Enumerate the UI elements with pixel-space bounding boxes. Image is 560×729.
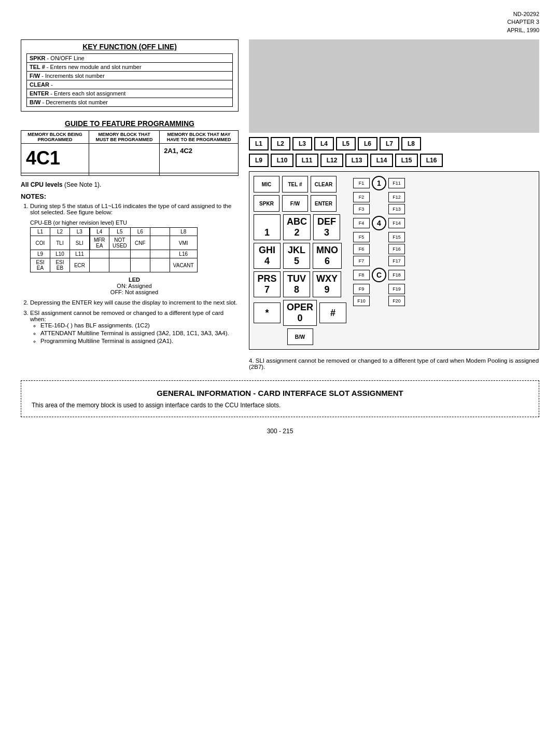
kpad-row-mic: MIC TEL # CLEAR	[254, 176, 346, 192]
kpad-9[interactable]: WXY 9	[313, 271, 341, 297]
kpad-tel[interactable]: TEL #	[282, 176, 308, 192]
kpad-3[interactable]: DEF 3	[313, 214, 340, 240]
kpad-4[interactable]: GHI 4	[254, 243, 281, 269]
guide-title: GUIDE TO FEATURE PROGRAMMING	[21, 119, 239, 128]
kpad-7[interactable]: PRS 7	[254, 271, 281, 297]
header-line3: APRIL, 1990	[21, 26, 539, 34]
cpu-table-wrapper: CPU-EB (or higher revision level) ETU L1…	[30, 219, 239, 272]
f-btn-f1[interactable]: F1	[353, 178, 370, 188]
f-btn-f3[interactable]: F3	[353, 204, 370, 214]
f-btn-f17[interactable]: F17	[388, 256, 405, 266]
f-btn-f5[interactable]: F5	[353, 232, 370, 242]
table-row: CLEAR -	[27, 80, 233, 89]
note4-col: 4. SLI assignment cannot be removed or c…	[249, 357, 539, 370]
f-btn-f8[interactable]: F8	[353, 270, 370, 280]
l-btn-14[interactable]: L14	[370, 154, 393, 167]
table-row: F/W - Increments slot number	[27, 72, 233, 80]
kpad-1[interactable]: 1	[254, 214, 281, 240]
full-keypad: MIC TEL # CLEAR SPKR F/W ENTER 1	[249, 171, 539, 350]
l-btn-4[interactable]: L4	[314, 137, 334, 150]
guide-col3-header: MEMORY BLOCK THAT MAYHAVE TO BE PROGRAMM…	[160, 131, 239, 144]
f-row-f4: F4 4 F14	[353, 216, 405, 230]
kpad-row-7: PRS 7 TUV 8 WXY 9	[254, 271, 346, 297]
f-btn-f14[interactable]: F14	[388, 218, 405, 228]
key-bw: B/W - Decrements slot number	[27, 98, 233, 107]
f-btn-f12[interactable]: F12	[388, 192, 405, 202]
guide-col2-header: MEMORY BLOCK THATMUST BE PROGRAMMED	[89, 131, 160, 144]
cpu-ecr: ECR	[70, 258, 90, 272]
l-btn-15[interactable]: L15	[395, 154, 418, 167]
general-info-title: GENERAL INFORMATION - CARD INTERFACE SLO…	[32, 389, 528, 397]
kpad-clear[interactable]: CLEAR	[311, 176, 337, 192]
kpad-star[interactable]: *	[254, 302, 281, 323]
f-btn-f2[interactable]: F2	[353, 192, 370, 202]
f-btn-f10[interactable]: F10	[353, 296, 370, 306]
cpu-l4: L4	[90, 228, 109, 236]
table-row: B/W - Decrements slot number	[27, 98, 233, 107]
cpu-blank5	[130, 250, 150, 258]
notes-section: NOTES: During step 5 the status of L1~L1…	[21, 192, 239, 344]
l-btn-11[interactable]: L11	[296, 154, 318, 167]
l-btn-1[interactable]: L1	[249, 137, 269, 150]
f-btn-f15[interactable]: F15	[388, 232, 405, 242]
kpad-fw[interactable]: F/W	[282, 195, 308, 212]
kpad-mic[interactable]: MIC	[254, 176, 279, 192]
cpu-blank7	[90, 258, 109, 272]
l-btn-8[interactable]: L8	[401, 137, 421, 150]
f-btn-f4[interactable]: F4	[353, 218, 370, 228]
f-btn-f13[interactable]: F13	[388, 204, 405, 214]
right-panel: L1 L2 L3 L4 L5 L6 L7 L8 L9 L10 L11 L12 L…	[249, 39, 539, 370]
kpad-enter[interactable]: ENTER	[311, 195, 337, 212]
kpad-5[interactable]: JKL 5	[283, 243, 310, 269]
l-btn-10[interactable]: L10	[271, 154, 293, 167]
f-btn-f16[interactable]: F16	[388, 244, 405, 254]
f-btn-f6[interactable]: F6	[353, 244, 370, 254]
l-btn-12[interactable]: L12	[320, 154, 343, 167]
table-row: ENTER - Enters each slot assignment	[27, 89, 233, 98]
kpad-hash[interactable]: #	[319, 302, 346, 323]
bullet1: ETE-16D-( ) has BLF assignments. (1C2)	[40, 322, 239, 328]
cpu-notused: NOTUSED	[109, 236, 131, 250]
kpad-8[interactable]: TUV 8	[283, 271, 310, 297]
cpu-blank6	[150, 250, 170, 258]
kpad-bw[interactable]: B/W	[287, 328, 313, 345]
kpad-2[interactable]: ABC 2	[283, 214, 311, 240]
note3-bullets: ETE-16D-( ) has BLF assignments. (1C2) A…	[30, 322, 239, 344]
kpad-spkr[interactable]: SPKR	[254, 195, 279, 212]
l-btn-6[interactable]: L6	[358, 137, 377, 150]
f-btn-f18[interactable]: F18	[388, 270, 405, 280]
cpu-l5: L5	[109, 228, 131, 236]
f-btn-f20[interactable]: F20	[388, 296, 405, 306]
f-btn-f9[interactable]: F9	[353, 284, 370, 294]
page-number: 300 - 215	[21, 428, 539, 435]
keypad-image-area	[249, 39, 539, 133]
header-line1: ND-20292	[21, 10, 539, 18]
key-fw: F/W - Increments slot number	[27, 72, 233, 80]
kpad-0[interactable]: OPER 0	[283, 300, 317, 326]
key-function-box: KEY FUNCTION (OFF LINE) SPKR - ON/OFF Li…	[21, 39, 239, 112]
page-header: ND-20292 CHAPTER 3 APRIL, 1990	[21, 10, 539, 34]
kpad-6[interactable]: MNO 6	[313, 243, 342, 269]
l-btn-3[interactable]: L3	[292, 137, 312, 150]
cpu-l6: L6	[130, 228, 150, 236]
l-btn-9[interactable]: L9	[249, 154, 269, 167]
key-clear: CLEAR -	[27, 80, 233, 89]
f-btn-f19[interactable]: F19	[388, 284, 405, 294]
f-btn-f11[interactable]: F11	[388, 178, 405, 188]
l-btn-13[interactable]: L13	[345, 154, 368, 167]
general-info-box: GENERAL INFORMATION - CARD INTERFACE SLO…	[21, 380, 539, 417]
l-btn-16[interactable]: L16	[420, 154, 443, 167]
l-btn-5[interactable]: L5	[336, 137, 356, 150]
keypad-left-section: MIC TEL # CLEAR SPKR F/W ENTER 1	[254, 176, 346, 345]
guide-col2-empty	[89, 144, 160, 173]
f-row-f3: F3 F13	[353, 204, 405, 214]
kpad-row-4: GHI 4 JKL 5 MNO 6	[254, 243, 346, 269]
cpu-vacant: VACANT	[170, 258, 197, 272]
bullet3: Programming Multiline Terminal is assign…	[40, 338, 239, 344]
cpu-blank1	[150, 228, 170, 236]
l-btn-7[interactable]: L7	[380, 137, 399, 150]
l-btn-2[interactable]: L2	[271, 137, 290, 150]
cpu-l9: L9	[31, 250, 50, 258]
cpu-blank4	[109, 250, 131, 258]
f-btn-f7[interactable]: F7	[353, 256, 370, 266]
